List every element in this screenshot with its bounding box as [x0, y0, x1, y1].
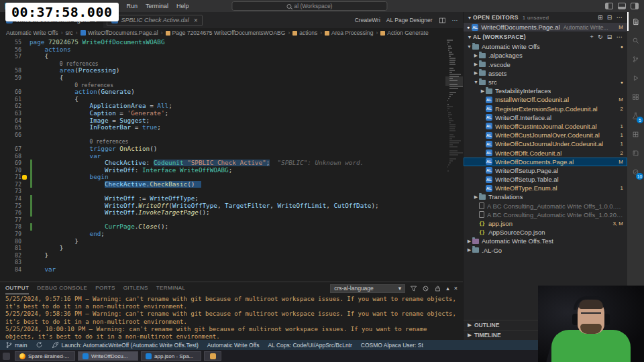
split-editor-icon[interactable] [439, 17, 446, 24]
status-main[interactable]: main [5, 341, 27, 349]
tree-item[interactable]: ALWriteOffDocuments.Page.alM [464, 158, 627, 166]
status-launch-automaticwriteoff[interactable]: Launch: AutomaticWriteOff (Automatic Wri… [52, 341, 198, 349]
tree-item[interactable]: ▶.alpackages [464, 51, 627, 60]
refresh-icon[interactable]: ↻ [598, 34, 603, 40]
menu-help[interactable]: Help [172, 0, 193, 12]
status-sync[interactable] [36, 341, 43, 349]
tree-item[interactable]: ALWriteOffSetup.Page.al [464, 166, 627, 175]
toggle-sidebar-icon[interactable] [605, 3, 613, 9]
workspace-header[interactable]: ▼ AL (WORKSPACE) + ↻ ⊟ ⋯ [464, 32, 627, 42]
activity-search[interactable] [627, 31, 644, 50]
clear-output-icon[interactable] [422, 285, 429, 292]
tree-item[interactable]: ▶Automatic Write Offs.Test [464, 237, 627, 245]
more-actions-icon[interactable]: ⋯ [452, 17, 458, 23]
open-editor-item[interactable]: ●ALWriteOffDocuments.Page.alAutomatic Wr… [464, 23, 627, 32]
breadcrumb-item[interactable]: Area Processing [325, 29, 373, 36]
breadcrumb-item[interactable]: WriteOffDocuments.Page.al [80, 29, 158, 36]
tree-item[interactable]: ▶.AL-Go [464, 246, 627, 255]
tree-item[interactable]: ALWriteOffType.Enum.al1 [464, 184, 627, 192]
tree-item[interactable]: ▶assets [464, 69, 627, 78]
git-change-bar [30, 209, 32, 217]
tree-item[interactable]: ▶TestabilityInterfaces [464, 86, 627, 95]
output-log[interactable]: 5/25/2024, 9:57:16 PM — Warning: can't r… [0, 294, 463, 340]
minimap-line [449, 160, 453, 162]
minimap-line [449, 72, 453, 73]
tree-item[interactable]: A BC Consulting_Automatic Write Offs_1.0… [464, 210, 627, 219]
editor-action-createwri[interactable]: CreateWri [355, 17, 380, 23]
activity-explorer[interactable] [627, 12, 644, 31]
code-editor[interactable]: 55page 72024675 WriteOffDocumentsWOABG56… [0, 38, 463, 282]
breadcrumb-item[interactable]: Automatic Write Offs [6, 29, 58, 36]
activity-run-and-debug[interactable] [627, 68, 644, 87]
activity-al-object-designer[interactable] [627, 125, 644, 143]
panel-tab-debug-console[interactable]: DEBUG CONSOLE [37, 282, 87, 294]
tree-item[interactable]: ALWriteOff.Interface.al [464, 113, 627, 122]
workspace-title: AL (WORKSPACE) [473, 34, 526, 40]
tree-item[interactable]: {}AppSourceCop.json [464, 228, 627, 237]
tree-item[interactable]: ALWriteOffDflt.Codeunit.al2 [464, 148, 627, 157]
status-automatic-write-offs[interactable]: Automatic Write Offs [207, 342, 260, 349]
menu-run[interactable]: Run [122, 0, 142, 12]
editor-tab[interactable]: ALSPBLIC Check Active.dal× [107, 15, 202, 26]
taskbar-window-button[interactable] [204, 351, 221, 361]
tree-item[interactable]: ▶.vscode [464, 60, 627, 69]
codelens-label[interactable]: 0 references [60, 61, 99, 67]
person-beard [580, 324, 602, 334]
taskbar-window-button[interactable]: app.json - Spa... [141, 351, 201, 361]
activity-testing[interactable]: 5 [627, 106, 644, 125]
menu-terminal[interactable]: Terminal [142, 0, 172, 12]
collapse-all-icon[interactable]: ⊟ [607, 34, 612, 40]
output-channel-select[interactable]: crs-al-language ▾ [330, 284, 405, 293]
breadcrumb-item[interactable]: actions [292, 29, 317, 36]
minimap[interactable] [445, 38, 463, 282]
maximize-panel-icon[interactable]: ▴ [446, 285, 449, 292]
codelens-label[interactable]: 0 references [90, 139, 129, 145]
more-actions-icon[interactable]: ⋯ [616, 14, 623, 21]
close-panel-icon[interactable]: × [454, 285, 458, 292]
quick-fix-lightbulb-icon[interactable] [22, 175, 27, 180]
editor-action-al-page-designer[interactable]: AL Page Designer [386, 17, 433, 23]
new-file-icon[interactable]: ⊞ [598, 14, 603, 21]
tree-item[interactable]: ALWriteOffCustJournalOver.Codeunit.al1 [464, 131, 627, 139]
close-icon[interactable]: × [194, 17, 198, 24]
tree-item[interactable]: ALInstallWriteOff.Codeunit.alM [464, 95, 627, 104]
panel-tab-terminal[interactable]: TERMINAL [156, 282, 186, 294]
activity-source-control[interactable] [627, 50, 644, 68]
new-file-icon[interactable]: + [590, 34, 594, 40]
toggle-secondary-sidebar-icon[interactable] [631, 3, 639, 9]
panel-tab-ports[interactable]: PORTS [95, 282, 115, 294]
activity-extensions[interactable] [627, 87, 644, 106]
tree-item[interactable]: {}app.json3, M [464, 219, 627, 228]
status-al-cops-code-ui-appsrc-b[interactable]: AL Cops: Code/UI/AppSrc/BcLntr [268, 342, 352, 349]
tree-item[interactable]: ALRegisterExtensionSetup.Codeunit.al2 [464, 105, 627, 113]
tree-item[interactable]: ▼src● [464, 78, 627, 86]
activity-todo[interactable]: 10 [627, 162, 644, 181]
tree-item[interactable]: ALWriteOffCustIntoJournal.Codeunit.al1 [464, 122, 627, 131]
breadcrumb[interactable]: Automatic Write Offs›src›WriteOffDocumen… [0, 28, 463, 38]
app-launcher-icon[interactable] [3, 353, 10, 360]
status-cosmo-alpaca-user-st[interactable]: COSMO Alpaca User: St [361, 342, 423, 349]
tree-item[interactable]: ▼Automatic Write Offs● [464, 42, 627, 51]
save-all-icon[interactable]: ⊟ [607, 14, 612, 21]
lock-scroll-icon[interactable] [434, 285, 441, 292]
chevron-down-icon: ▾ [398, 285, 402, 292]
activity-docs[interactable] [627, 143, 644, 162]
breadcrumb-item[interactable]: Page 72024675 WriteOffDocumentsWOABG [166, 29, 286, 36]
filter-icon[interactable] [410, 285, 417, 292]
tree-item[interactable]: ALWriteOffCustJournalUnder.Codeunit.al1 [464, 139, 627, 148]
toggle-panel-icon[interactable] [618, 3, 626, 9]
breadcrumb-item[interactable]: Action Generate [380, 29, 428, 36]
panel-tab-output[interactable]: OUTPUT [5, 282, 29, 294]
tree-item[interactable]: A BC Consulting_Automatic Write Offs_1.0… [464, 202, 627, 210]
open-editors-header[interactable]: ▼ OPEN EDITORS 1 unsaved ⊞ ⊟ ⋯ [464, 12, 627, 23]
line-number: 60 [0, 88, 30, 96]
tree-item[interactable]: ▶Translations [464, 192, 627, 201]
codelens-label[interactable]: 0 references [74, 82, 113, 88]
breadcrumb-item[interactable]: src [65, 29, 72, 36]
more-actions-icon[interactable]: ⋯ [616, 34, 623, 40]
taskbar-window-button[interactable]: Spare-Brained-... [15, 351, 75, 361]
taskbar-window-button[interactable]: WriteOffDocu... [78, 351, 138, 361]
panel-tab-gitlens[interactable]: GITLENS [123, 282, 148, 294]
command-center-search[interactable]: al (Workspace) [231, 1, 387, 11]
tree-item[interactable]: ALWriteOffSetup.Table.al [464, 175, 627, 184]
